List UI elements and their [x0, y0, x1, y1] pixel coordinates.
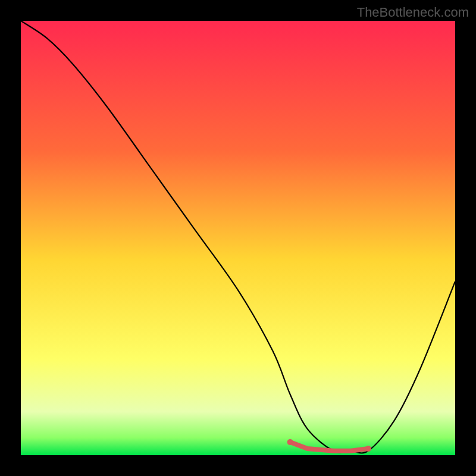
bottleneck-chart [21, 21, 455, 455]
chart-frame [21, 21, 455, 455]
watermark-text: TheBottleneck.com [357, 5, 469, 20]
optimal-range-endcap-right [365, 446, 371, 452]
gradient-background [21, 21, 455, 455]
optimal-range-endcap-left [287, 439, 293, 445]
